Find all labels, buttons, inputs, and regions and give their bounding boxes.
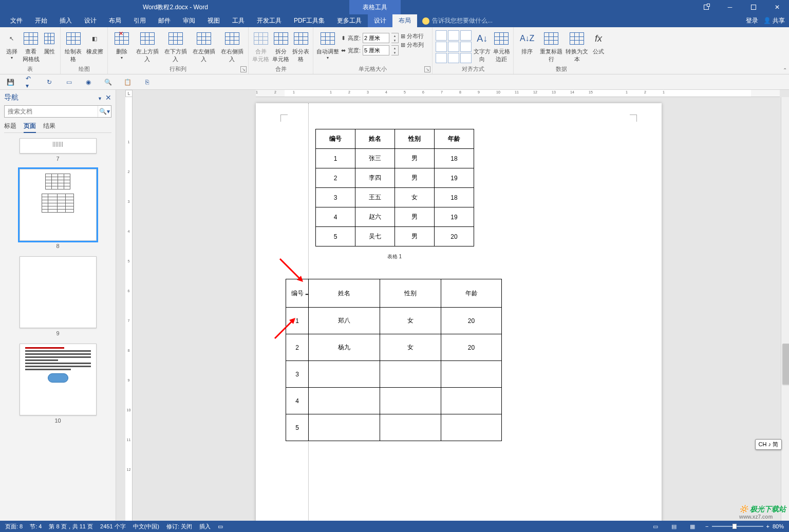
- t2-cell[interactable]: [380, 361, 441, 388]
- zoom-out-button[interactable]: −: [705, 523, 708, 529]
- t1-cell[interactable]: 20: [435, 227, 474, 246]
- t2-h3[interactable]: 性别: [380, 279, 441, 308]
- draw-table-button[interactable]: 绘制表格: [64, 30, 83, 63]
- page[interactable]: 编号 姓名 性别 年龄 1张三男18 2李四男19 3王五女18 4赵六男19 …: [256, 103, 662, 521]
- t1-cell[interactable]: 男: [395, 207, 435, 227]
- nav-close-icon[interactable]: ✕: [105, 93, 111, 102]
- tab-table-layout[interactable]: 布局: [392, 14, 417, 27]
- formula-button[interactable]: fx公式: [591, 30, 606, 55]
- login-link[interactable]: 登录: [746, 16, 758, 25]
- zoom-slider[interactable]: [712, 526, 763, 527]
- t2-cell[interactable]: 4: [286, 388, 309, 414]
- t1-cell[interactable]: 李四: [355, 168, 395, 188]
- rowscols-launcher[interactable]: ↘: [240, 66, 247, 72]
- insert-right-button[interactable]: 在右侧插入: [219, 30, 245, 63]
- table-2[interactable]: 编号 姓名 性别 年龄 1郑八女20 2杨九女20 3 4 5: [286, 279, 502, 441]
- cellsize-launcher[interactable]: ↘: [424, 66, 430, 72]
- share-button[interactable]: 👤 共享: [763, 16, 785, 25]
- redo-icon[interactable]: ↻: [45, 78, 53, 86]
- split-table-button[interactable]: 拆分表格: [292, 30, 310, 63]
- view-gridlines-button[interactable]: 查看 网格线: [23, 30, 40, 63]
- t1-cell[interactable]: 张三: [355, 149, 395, 168]
- tab-view[interactable]: 视图: [201, 14, 226, 27]
- height-field[interactable]: ⬍高度:▲▼: [341, 32, 399, 44]
- ruler-corner[interactable]: L: [125, 90, 133, 97]
- convert-to-text-button[interactable]: 转换为文本: [565, 30, 589, 63]
- distribute-cols-button[interactable]: ⊞ 分布列: [401, 41, 424, 49]
- tab-insert[interactable]: 插入: [53, 14, 78, 27]
- split-cells-button[interactable]: 拆分 单元格: [272, 30, 290, 63]
- nav-tab-pages[interactable]: 页面: [24, 122, 36, 133]
- insert-above-button[interactable]: 在上方插入: [134, 30, 160, 63]
- search-icon[interactable]: 🔍▾: [98, 106, 111, 117]
- t2-cell[interactable]: 女: [380, 308, 441, 334]
- t2-cell[interactable]: 1: [286, 308, 309, 334]
- width-field[interactable]: ⬌宽度:▲▼: [341, 45, 399, 56]
- tab-references[interactable]: 引用: [127, 14, 152, 27]
- repeat-header-button[interactable]: 重复标题行: [539, 30, 563, 63]
- tab-tools[interactable]: 工具: [226, 14, 251, 27]
- status-insert[interactable]: 插入: [199, 523, 211, 530]
- cell-margins-button[interactable]: 单元格 边距: [493, 30, 511, 63]
- t2-cell[interactable]: 2: [286, 334, 309, 361]
- status-section[interactable]: 节: 4: [30, 523, 42, 530]
- table-1[interactable]: 编号 姓名 性别 年龄 1张三男18 2李四男19 3王五女18 4赵六男19 …: [315, 129, 474, 246]
- vertical-ruler[interactable]: 123456789101112: [125, 97, 133, 521]
- autofit-button[interactable]: 自动调整▾: [316, 30, 339, 60]
- qat-icon-4[interactable]: 📋: [123, 78, 132, 86]
- insert-left-button[interactable]: 在左侧插入: [191, 30, 217, 63]
- t2-cell[interactable]: 郑八: [309, 308, 380, 334]
- t1-h3[interactable]: 性别: [395, 129, 435, 149]
- t1-cell[interactable]: 19: [435, 168, 474, 188]
- t2-cell[interactable]: [380, 414, 441, 441]
- select-button[interactable]: ↖选择▾: [3, 30, 21, 60]
- close-button[interactable]: ✕: [765, 0, 789, 14]
- nav-search[interactable]: 🔍▾: [4, 105, 111, 118]
- t1-cell[interactable]: 1: [316, 149, 355, 168]
- save-icon[interactable]: 💾: [6, 78, 14, 86]
- table1-caption[interactable]: 表格 1: [315, 253, 474, 260]
- page-thumb-7[interactable]: [20, 138, 97, 154]
- text-direction-button[interactable]: A↓文字方向: [474, 30, 491, 63]
- properties-button[interactable]: 属性: [42, 30, 57, 55]
- t2-cell[interactable]: [441, 414, 502, 441]
- undo-icon[interactable]: ↶ ▾: [26, 78, 34, 86]
- alignment-grid[interactable]: [436, 30, 472, 63]
- qat-icon-5[interactable]: ⎘: [143, 78, 151, 86]
- t1-cell[interactable]: 赵六: [355, 207, 395, 227]
- t2-h2[interactable]: 姓名: [309, 279, 380, 308]
- t2-cell[interactable]: [309, 414, 380, 441]
- ribbon-display-options-icon[interactable]: [694, 0, 718, 14]
- zoom-in-button[interactable]: +: [766, 523, 769, 529]
- distribute-rows-button[interactable]: ⊞ 分布行: [401, 32, 424, 40]
- t2-cell[interactable]: 5: [286, 414, 309, 441]
- t1-cell[interactable]: 4: [316, 207, 355, 227]
- t1-cell[interactable]: 男: [395, 149, 435, 168]
- status-page-of[interactable]: 第 8 页，共 11 页: [49, 523, 93, 530]
- qat-icon-3[interactable]: 🔍: [104, 78, 112, 86]
- tab-pdf[interactable]: PDF工具集: [288, 14, 331, 27]
- status-words[interactable]: 2451 个字: [100, 523, 126, 530]
- t1-cell[interactable]: 19: [435, 207, 474, 227]
- t1-cell[interactable]: 18: [435, 149, 474, 168]
- page-thumb-9[interactable]: [20, 256, 97, 328]
- qat-icon-2[interactable]: ◉: [84, 78, 92, 86]
- tab-table-design[interactable]: 设计: [368, 14, 392, 27]
- nav-dropdown-icon[interactable]: ▼: [98, 96, 102, 101]
- ime-indicator[interactable]: CH ♪ 简: [755, 439, 782, 450]
- nav-tab-results[interactable]: 结果: [43, 122, 55, 130]
- tab-mailings[interactable]: 邮件: [152, 14, 177, 27]
- document-area[interactable]: L 123456789101112 1211234567891011121314…: [116, 90, 789, 521]
- web-layout-icon[interactable]: ▦: [687, 522, 698, 531]
- tab-design[interactable]: 设计: [78, 14, 103, 27]
- t2-cell[interactable]: [441, 361, 502, 388]
- t2-cell[interactable]: 3: [286, 361, 309, 388]
- t1-cell[interactable]: 3: [316, 188, 355, 207]
- zoom-level[interactable]: 80%: [773, 523, 784, 529]
- status-page[interactable]: 页面: 8: [5, 523, 23, 530]
- t1-cell[interactable]: 女: [395, 188, 435, 207]
- t2-cell[interactable]: [309, 388, 380, 414]
- t2-cell[interactable]: 20: [441, 334, 502, 361]
- t2-cell[interactable]: [441, 388, 502, 414]
- t1-cell[interactable]: 5: [316, 227, 355, 246]
